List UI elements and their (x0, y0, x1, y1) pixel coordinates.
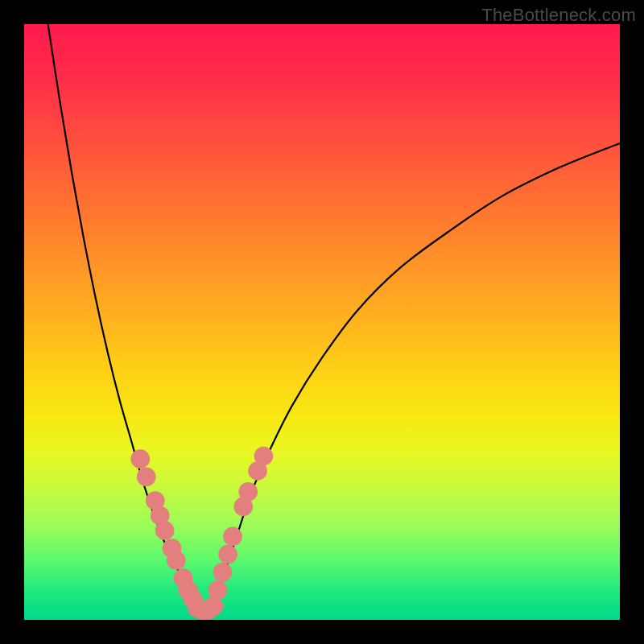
chart-frame: TheBottleneck.com (0, 0, 644, 644)
data-marker (254, 447, 274, 466)
data-marker (208, 580, 228, 600)
data-marker (155, 521, 175, 540)
data-marker (223, 527, 242, 547)
data-marker (238, 482, 258, 502)
data-marker (137, 468, 156, 487)
plot-area (24, 24, 620, 620)
data-marker (167, 551, 186, 570)
curve-left-arm (48, 24, 200, 611)
data-marker (218, 545, 237, 564)
watermark-text: TheBottleneck.com (481, 5, 636, 26)
data-marker (204, 597, 223, 616)
curve-right-arm (206, 143, 620, 611)
data-marker (213, 563, 233, 582)
chart-overlay (24, 24, 620, 620)
data-marker (130, 449, 150, 469)
curve-markers (130, 447, 273, 620)
